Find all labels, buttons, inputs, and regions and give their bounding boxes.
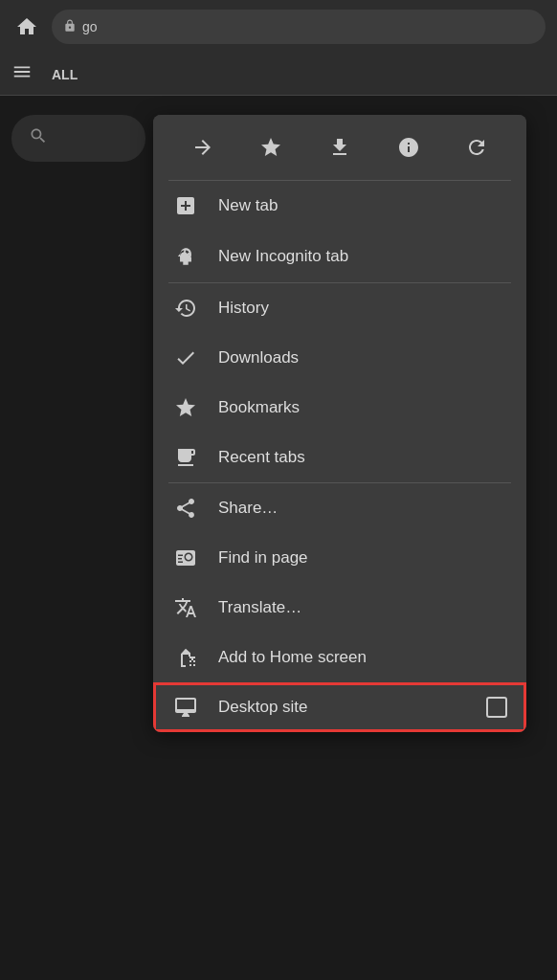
- tab-all-label[interactable]: ALL: [44, 63, 85, 86]
- menu-item-add-to-home[interactable]: Add to Home screen: [153, 633, 526, 682]
- new-tab-label: New tab: [218, 196, 278, 215]
- downloads-icon: [172, 346, 199, 369]
- new-tab-icon: [172, 194, 199, 217]
- downloads-label: Downloads: [218, 348, 299, 368]
- menu-item-desktop-site[interactable]: Desktop site: [153, 682, 526, 732]
- download-button[interactable]: [321, 128, 359, 167]
- menu-item-find-in-page[interactable]: Find in page: [153, 533, 526, 583]
- svg-point-0: [188, 253, 190, 256]
- browser-background: go ALL: [0, 0, 557, 980]
- menu-item-share[interactable]: Share…: [153, 483, 526, 533]
- lock-icon: [63, 19, 77, 35]
- refresh-button[interactable]: [457, 128, 496, 167]
- bookmark-button[interactable]: [252, 128, 290, 167]
- menu-item-new-tab[interactable]: New tab: [153, 181, 526, 231]
- bookmarks-icon: [172, 396, 199, 419]
- desktop-icon: [172, 696, 199, 719]
- menu-item-translate[interactable]: Translate…: [153, 583, 526, 633]
- share-icon: [172, 497, 199, 520]
- desktop-site-label: Desktop site: [218, 698, 467, 717]
- bookmarks-label: Bookmarks: [218, 398, 300, 417]
- recent-tabs-icon: [172, 446, 199, 469]
- tab-bar: ALL: [0, 54, 557, 96]
- incognito-label: New Incognito tab: [218, 247, 348, 266]
- share-label: Share…: [218, 499, 278, 518]
- search-bar[interactable]: [11, 115, 145, 162]
- find-icon: [172, 546, 199, 569]
- menu-item-history[interactable]: History: [153, 283, 526, 333]
- history-label: History: [218, 299, 269, 318]
- translate-icon: [172, 596, 199, 619]
- menu-item-incognito[interactable]: New Incognito tab: [153, 231, 526, 282]
- menu-item-recent-tabs[interactable]: Recent tabs: [153, 433, 526, 482]
- menu-item-bookmarks[interactable]: Bookmarks: [153, 383, 526, 433]
- add-to-home-label: Add to Home screen: [218, 648, 367, 667]
- info-button[interactable]: [390, 128, 428, 167]
- forward-button[interactable]: [184, 128, 222, 167]
- hamburger-button[interactable]: [11, 61, 33, 87]
- menu-item-downloads[interactable]: Downloads: [153, 333, 526, 383]
- translate-label: Translate…: [218, 598, 301, 617]
- content-area: New tab New Incognito tab: [0, 115, 557, 980]
- address-text: go: [82, 19, 98, 34]
- recent-tabs-label: Recent tabs: [218, 448, 305, 467]
- context-menu: New tab New Incognito tab: [153, 115, 526, 732]
- desktop-site-checkbox[interactable]: [486, 697, 507, 718]
- address-bar[interactable]: go: [52, 10, 546, 44]
- history-icon: [172, 297, 199, 320]
- incognito-icon: [172, 244, 199, 269]
- browser-toolbar: go: [0, 0, 557, 54]
- dropdown-toolbar: [153, 115, 526, 180]
- svg-point-1: [181, 253, 184, 256]
- add-home-icon: [172, 646, 199, 669]
- search-icon: [29, 126, 48, 150]
- home-button[interactable]: [11, 11, 42, 42]
- find-in-page-label: Find in page: [218, 548, 308, 568]
